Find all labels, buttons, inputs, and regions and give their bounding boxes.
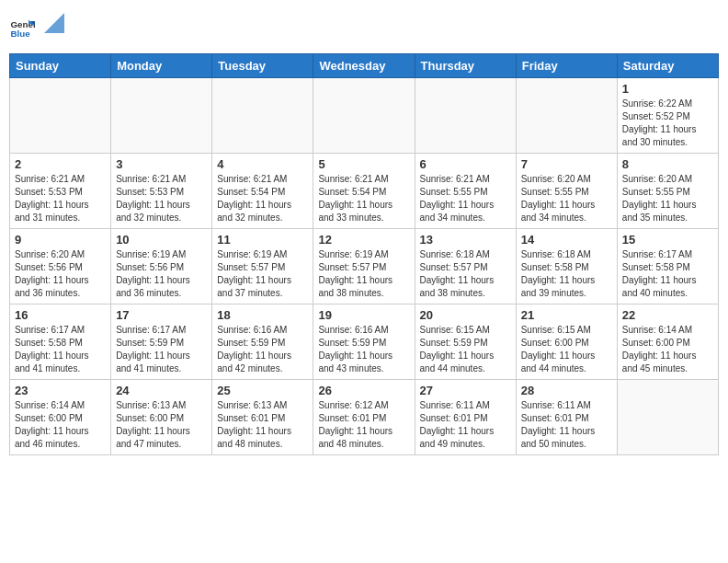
day-info: Sunrise: 6:19 AM Sunset: 5:57 PM Dayligh… — [217, 248, 308, 300]
day-info: Sunrise: 6:15 AM Sunset: 5:59 PM Dayligh… — [420, 324, 511, 375]
calendar-table: SundayMondayTuesdayWednesdayThursdayFrid… — [9, 53, 719, 455]
day-info: Sunrise: 6:20 AM Sunset: 5:55 PM Dayligh… — [622, 173, 713, 224]
day-info: Sunrise: 6:14 AM Sunset: 6:00 PM Dayligh… — [622, 324, 713, 375]
day-number: 21 — [521, 308, 612, 322]
day-number: 20 — [420, 308, 511, 322]
logo: General Blue — [9, 9, 64, 46]
day-info: Sunrise: 6:13 AM Sunset: 6:01 PM Dayligh… — [217, 399, 308, 451]
day-number: 5 — [318, 157, 409, 171]
calendar-cell — [212, 78, 313, 154]
day-info: Sunrise: 6:16 AM Sunset: 5:59 PM Dayligh… — [217, 324, 308, 375]
day-number: 2 — [15, 157, 106, 171]
svg-text:Blue: Blue — [10, 29, 30, 39]
day-info: Sunrise: 6:21 AM Sunset: 5:53 PM Dayligh… — [116, 173, 207, 224]
day-info: Sunrise: 6:16 AM Sunset: 5:59 PM Dayligh… — [318, 324, 409, 375]
calendar-cell: 21Sunrise: 6:15 AM Sunset: 6:00 PM Dayli… — [516, 304, 617, 380]
calendar-cell: 3Sunrise: 6:21 AM Sunset: 5:53 PM Daylig… — [111, 154, 212, 229]
day-number: 16 — [15, 308, 106, 322]
logo-triangle-icon — [44, 13, 64, 33]
day-info: Sunrise: 6:20 AM Sunset: 5:55 PM Dayligh… — [521, 173, 612, 224]
day-info: Sunrise: 6:19 AM Sunset: 5:56 PM Dayligh… — [116, 248, 207, 300]
day-info: Sunrise: 6:20 AM Sunset: 5:56 PM Dayligh… — [15, 248, 106, 300]
weekday-header-friday: Friday — [516, 54, 617, 78]
calendar-cell — [10, 78, 111, 154]
day-number: 12 — [318, 233, 409, 247]
day-number: 4 — [217, 157, 308, 171]
day-info: Sunrise: 6:17 AM Sunset: 5:58 PM Dayligh… — [622, 248, 713, 300]
day-number: 15 — [622, 233, 713, 247]
day-info: Sunrise: 6:18 AM Sunset: 5:57 PM Dayligh… — [420, 248, 511, 300]
weekday-header-thursday: Thursday — [415, 54, 516, 78]
day-info: Sunrise: 6:18 AM Sunset: 5:58 PM Dayligh… — [521, 248, 612, 300]
weekday-header-tuesday: Tuesday — [212, 54, 313, 78]
weekday-header-saturday: Saturday — [617, 54, 718, 78]
weekday-header-sunday: Sunday — [10, 54, 111, 78]
day-info: Sunrise: 6:19 AM Sunset: 5:57 PM Dayligh… — [318, 248, 409, 300]
calendar-cell: 2Sunrise: 6:21 AM Sunset: 5:53 PM Daylig… — [10, 154, 111, 229]
day-info: Sunrise: 6:15 AM Sunset: 6:00 PM Dayligh… — [521, 324, 612, 375]
calendar-cell: 17Sunrise: 6:17 AM Sunset: 5:59 PM Dayli… — [111, 304, 212, 380]
calendar-cell — [617, 380, 718, 455]
day-number: 24 — [116, 384, 207, 397]
calendar-cell: 20Sunrise: 6:15 AM Sunset: 5:59 PM Dayli… — [415, 304, 516, 380]
day-number: 7 — [521, 157, 612, 171]
calendar-cell: 23Sunrise: 6:14 AM Sunset: 6:00 PM Dayli… — [10, 380, 111, 455]
day-info: Sunrise: 6:22 AM Sunset: 5:52 PM Dayligh… — [622, 98, 713, 149]
calendar-cell: 15Sunrise: 6:17 AM Sunset: 5:58 PM Dayli… — [617, 229, 718, 304]
calendar-cell — [516, 78, 617, 154]
calendar-cell — [415, 78, 516, 154]
day-info: Sunrise: 6:17 AM Sunset: 5:59 PM Dayligh… — [116, 324, 207, 375]
calendar-cell: 27Sunrise: 6:11 AM Sunset: 6:01 PM Dayli… — [415, 380, 516, 455]
calendar-cell: 14Sunrise: 6:18 AM Sunset: 5:58 PM Dayli… — [516, 229, 617, 304]
day-info: Sunrise: 6:11 AM Sunset: 6:01 PM Dayligh… — [420, 399, 511, 451]
calendar-cell: 16Sunrise: 6:17 AM Sunset: 5:58 PM Dayli… — [10, 304, 111, 380]
day-number: 17 — [116, 308, 207, 322]
day-number: 23 — [15, 384, 106, 397]
calendar-cell: 22Sunrise: 6:14 AM Sunset: 6:00 PM Dayli… — [617, 304, 718, 380]
week-row-3: 9Sunrise: 6:20 AM Sunset: 5:56 PM Daylig… — [10, 229, 719, 304]
calendar-cell: 1Sunrise: 6:22 AM Sunset: 5:52 PM Daylig… — [617, 78, 718, 154]
day-number: 1 — [622, 82, 713, 96]
weekday-header-wednesday: Wednesday — [313, 54, 415, 78]
day-number: 8 — [622, 157, 713, 171]
week-row-5: 23Sunrise: 6:14 AM Sunset: 6:00 PM Dayli… — [10, 380, 719, 455]
day-info: Sunrise: 6:21 AM Sunset: 5:54 PM Dayligh… — [217, 173, 308, 224]
calendar-cell: 5Sunrise: 6:21 AM Sunset: 5:54 PM Daylig… — [313, 154, 415, 229]
day-info: Sunrise: 6:21 AM Sunset: 5:53 PM Dayligh… — [15, 173, 106, 224]
calendar-cell: 7Sunrise: 6:20 AM Sunset: 5:55 PM Daylig… — [516, 154, 617, 229]
day-number: 27 — [420, 384, 511, 397]
day-number: 9 — [15, 233, 106, 247]
day-number: 13 — [420, 233, 511, 247]
day-info: Sunrise: 6:21 AM Sunset: 5:54 PM Dayligh… — [318, 173, 409, 224]
calendar-cell: 9Sunrise: 6:20 AM Sunset: 5:56 PM Daylig… — [10, 229, 111, 304]
day-info: Sunrise: 6:11 AM Sunset: 6:01 PM Dayligh… — [521, 399, 612, 451]
day-number: 10 — [116, 233, 207, 247]
day-info: Sunrise: 6:13 AM Sunset: 6:00 PM Dayligh… — [116, 399, 207, 451]
day-number: 25 — [217, 384, 308, 397]
calendar-cell: 8Sunrise: 6:20 AM Sunset: 5:55 PM Daylig… — [617, 154, 718, 229]
calendar-cell: 28Sunrise: 6:11 AM Sunset: 6:01 PM Dayli… — [516, 380, 617, 455]
week-row-1: 1Sunrise: 6:22 AM Sunset: 5:52 PM Daylig… — [10, 78, 719, 154]
day-info: Sunrise: 6:12 AM Sunset: 6:01 PM Dayligh… — [318, 399, 409, 451]
calendar-cell: 10Sunrise: 6:19 AM Sunset: 5:56 PM Dayli… — [111, 229, 212, 304]
calendar-cell: 25Sunrise: 6:13 AM Sunset: 6:01 PM Dayli… — [212, 380, 313, 455]
day-number: 28 — [521, 384, 612, 397]
calendar-cell: 4Sunrise: 6:21 AM Sunset: 5:54 PM Daylig… — [212, 154, 313, 229]
calendar-cell: 11Sunrise: 6:19 AM Sunset: 5:57 PM Dayli… — [212, 229, 313, 304]
page-header: General Blue — [9, 9, 719, 46]
calendar-cell: 24Sunrise: 6:13 AM Sunset: 6:00 PM Dayli… — [111, 380, 212, 455]
day-number: 22 — [622, 308, 713, 322]
day-number: 18 — [217, 308, 308, 322]
calendar-cell: 19Sunrise: 6:16 AM Sunset: 5:59 PM Dayli… — [313, 304, 415, 380]
logo-icon: General Blue — [9, 15, 35, 40]
svg-marker-4 — [44, 13, 64, 33]
day-info: Sunrise: 6:14 AM Sunset: 6:00 PM Dayligh… — [15, 399, 106, 451]
day-info: Sunrise: 6:17 AM Sunset: 5:58 PM Dayligh… — [15, 324, 106, 375]
calendar-cell — [313, 78, 415, 154]
calendar-cell: 26Sunrise: 6:12 AM Sunset: 6:01 PM Dayli… — [313, 380, 415, 455]
calendar-cell: 13Sunrise: 6:18 AM Sunset: 5:57 PM Dayli… — [415, 229, 516, 304]
weekday-header-row: SundayMondayTuesdayWednesdayThursdayFrid… — [10, 54, 719, 78]
week-row-2: 2Sunrise: 6:21 AM Sunset: 5:53 PM Daylig… — [10, 154, 719, 229]
calendar-cell: 12Sunrise: 6:19 AM Sunset: 5:57 PM Dayli… — [313, 229, 415, 304]
day-number: 26 — [318, 384, 409, 397]
